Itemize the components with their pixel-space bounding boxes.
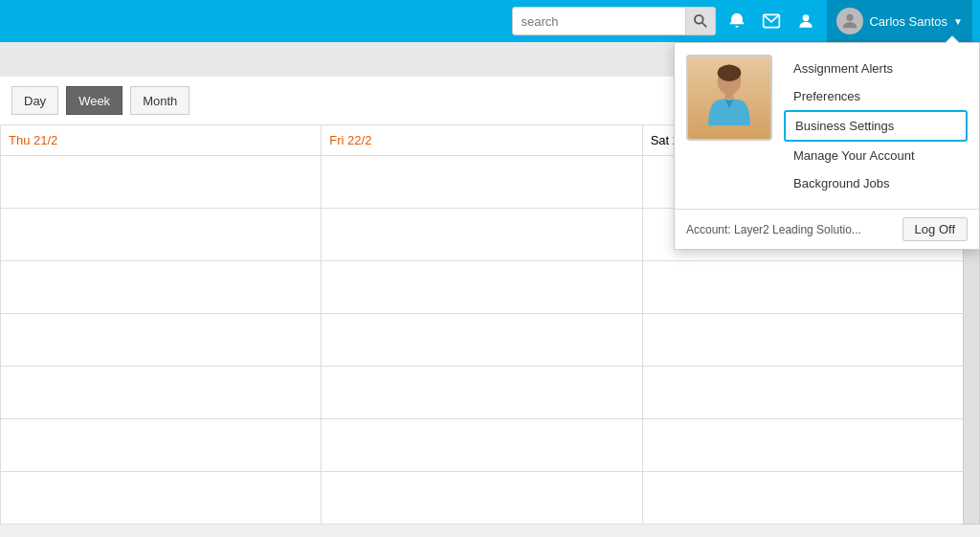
user-dropdown-panel: Assignment Alerts Preferences Business S…: [674, 42, 980, 250]
menu-item-background-jobs[interactable]: Background Jobs: [784, 169, 968, 197]
cell-sat-6: [642, 419, 963, 472]
cell-fri-1: [322, 156, 642, 209]
cell-sat-5: [642, 367, 963, 419]
cell-fri-5: [322, 367, 642, 419]
user-name-label: Carlos Santos: [869, 14, 947, 29]
cell-fri-2: [322, 209, 642, 261]
table-row: [1, 472, 980, 525]
menu-item-business-settings[interactable]: Business Settings: [784, 110, 968, 142]
menu-item-assignment-alerts[interactable]: Assignment Alerts: [784, 55, 968, 82]
contact-icon[interactable]: [792, 8, 819, 34]
cell-thu-7: [1, 472, 322, 525]
cell-fri-4: [322, 314, 642, 367]
dropdown-menu: Assignment Alerts Preferences Business S…: [784, 55, 968, 197]
table-row: [1, 367, 980, 419]
search-button[interactable]: [685, 7, 715, 35]
svg-rect-7: [725, 92, 734, 99]
user-avatar-small: [836, 8, 863, 34]
dropdown-footer: Account: Layer2 Leading Solutio... Log O…: [675, 209, 979, 249]
month-view-button[interactable]: Month: [130, 86, 189, 115]
cell-thu-5: [1, 367, 322, 419]
col-header-fri: Fri 22/2: [322, 125, 642, 156]
table-row: [1, 314, 980, 367]
week-view-button[interactable]: Week: [66, 86, 122, 115]
cell-fri-6: [322, 419, 642, 472]
bell-icon[interactable]: [724, 8, 750, 34]
cell-fri-7: [322, 472, 642, 525]
svg-point-4: [847, 14, 854, 21]
cell-thu-1: [1, 156, 322, 209]
cell-sat-7: [642, 472, 963, 525]
menu-item-manage-account[interactable]: Manage Your Account: [784, 142, 968, 169]
cell-fri-3: [322, 261, 642, 314]
avatar-large: [686, 55, 772, 141]
svg-point-3: [803, 14, 810, 21]
cell-thu-6: [1, 419, 322, 472]
account-info: Account: Layer2 Leading Solutio...: [686, 223, 861, 236]
logoff-button[interactable]: Log Off: [902, 217, 968, 241]
col-header-thu: Thu 21/2: [1, 125, 322, 156]
table-row: [1, 261, 980, 314]
cell-thu-4: [1, 314, 322, 367]
user-avatar-figure: [696, 62, 763, 139]
dropdown-arrow-up: [945, 35, 960, 43]
search-icon: [694, 14, 707, 28]
dropdown-arrow-icon: ▼: [953, 16, 963, 27]
menu-item-preferences[interactable]: Preferences: [784, 82, 968, 110]
cell-thu-2: [1, 209, 322, 261]
svg-point-0: [695, 15, 703, 24]
svg-line-1: [702, 23, 706, 27]
cell-sat-3: [642, 261, 963, 314]
inbox-icon[interactable]: [758, 8, 785, 34]
search-container: [512, 7, 716, 35]
search-input[interactable]: [513, 14, 685, 29]
cell-thu-3: [1, 261, 322, 314]
table-row: [1, 419, 980, 472]
header-bar: Carlos Santos ▼: [0, 0, 980, 42]
day-view-button[interactable]: Day: [11, 86, 58, 115]
dropdown-body: Assignment Alerts Preferences Business S…: [675, 43, 979, 209]
cell-sat-4: [642, 314, 963, 367]
svg-point-6: [718, 64, 742, 81]
